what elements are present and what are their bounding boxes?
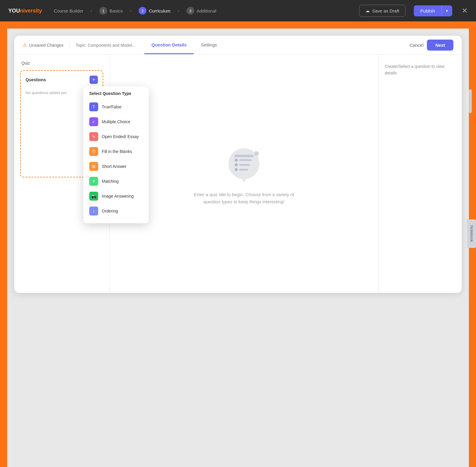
unsaved-label: Unsaved Changes bbox=[29, 43, 63, 48]
logo-you: YOU bbox=[8, 8, 20, 14]
step3-number: 3 bbox=[187, 7, 194, 15]
add-icon: + bbox=[92, 77, 95, 82]
fill-blanks-icon: ⏱ bbox=[89, 147, 98, 156]
empty-state-line1: Enter a quiz title to begin. Choose from… bbox=[194, 192, 294, 197]
next-button[interactable]: Next bbox=[427, 40, 453, 51]
sidebar-panel: Quiz Questions + No questions added yet.… bbox=[14, 55, 109, 293]
topic-label: Topic: Components and Model... bbox=[76, 43, 135, 48]
svg-rect-3 bbox=[239, 159, 252, 161]
center-panel: Enter a quiz title to begin. Choose from… bbox=[109, 55, 378, 293]
image-answering-label: Image Answering bbox=[102, 194, 134, 199]
svg-rect-1 bbox=[234, 155, 253, 157]
cancel-button[interactable]: Cancel bbox=[410, 43, 424, 48]
cloud-icon: ☁ bbox=[365, 8, 370, 13]
step1-label: Basics bbox=[109, 8, 123, 13]
svg-point-6 bbox=[235, 168, 238, 171]
questions-header: Questions + bbox=[26, 76, 98, 84]
fill-blanks-label: Fill in the Blanks bbox=[102, 149, 132, 154]
nav-divider-2: › bbox=[130, 8, 131, 14]
svg-marker-8 bbox=[241, 178, 247, 182]
svg-point-2 bbox=[235, 159, 238, 162]
cancel-label: Cancel bbox=[410, 43, 424, 48]
svg-rect-7 bbox=[239, 169, 248, 171]
open-ended-label: Open Ended/ Essay bbox=[102, 134, 139, 139]
matching-label: Matching bbox=[102, 179, 119, 184]
multiple-choice-icon: ✓ bbox=[89, 117, 98, 126]
dropdown-title: Select Question Type bbox=[86, 91, 146, 99]
quiz-label: Quiz bbox=[20, 61, 103, 65]
dropdown-item-ordering[interactable]: ↕ Ordering bbox=[86, 204, 146, 218]
step3-label: Additional bbox=[197, 8, 216, 13]
publish-button[interactable]: Publish ▾ bbox=[414, 5, 452, 16]
tab-question-details[interactable]: Question Details bbox=[144, 36, 194, 54]
notebook-label: Notebook bbox=[470, 225, 474, 242]
close-icon: ✕ bbox=[462, 7, 468, 15]
unsaved-changes-badge: ⚠ Unsaved Changes bbox=[23, 42, 70, 48]
nav-step-1: 1 Basics bbox=[99, 7, 123, 15]
tab-settings-label: Settings bbox=[201, 42, 217, 47]
true-false-icon: T bbox=[89, 102, 98, 111]
nav-step-3: 3 Additional bbox=[187, 7, 216, 15]
step2-number: 2 bbox=[139, 7, 146, 15]
open-ended-icon: ✎ bbox=[89, 132, 98, 141]
top-navigation: YOUniversity Course Builder › 1 Basics ›… bbox=[0, 0, 476, 21]
empty-state-illustration bbox=[223, 142, 265, 184]
course-builder-label: Course Builder bbox=[54, 8, 83, 13]
question-type-dropdown: Select Question Type T True/False ✓ Mult… bbox=[83, 86, 149, 223]
empty-state-text: Enter a quiz title to begin. Choose from… bbox=[194, 191, 294, 205]
publish-arrow-icon: ▾ bbox=[441, 6, 452, 16]
warning-icon: ⚠ bbox=[23, 42, 27, 48]
svg-rect-5 bbox=[239, 164, 250, 166]
modal-body: Quiz Questions + No questions added yet.… bbox=[14, 55, 462, 293]
modal-header-actions: Cancel Next bbox=[410, 40, 453, 51]
image-answering-icon: 📷 bbox=[89, 192, 98, 201]
nav-divider-1: › bbox=[90, 8, 92, 14]
short-answer-icon: ⊞ bbox=[89, 162, 98, 171]
main-content: ⚠ Unsaved Changes Topic: Components and … bbox=[7, 29, 469, 467]
svg-point-4 bbox=[235, 163, 238, 166]
publish-label: Publish bbox=[414, 5, 441, 16]
close-button[interactable]: ✕ bbox=[462, 7, 468, 15]
save-draft-button[interactable]: ☁ Save as Draft bbox=[359, 5, 405, 17]
modal-tabs: Question Details Settings bbox=[144, 36, 404, 54]
logo: YOUniversity bbox=[8, 8, 42, 13]
true-false-label: True/False bbox=[102, 104, 121, 109]
right-panel: Create/Select a question to view details bbox=[378, 55, 462, 293]
step2-label: Curriculum bbox=[149, 8, 170, 13]
dropdown-item-open-ended[interactable]: ✎ Open Ended/ Essay bbox=[86, 129, 146, 144]
dropdown-item-true-false[interactable]: T True/False bbox=[86, 99, 146, 114]
save-draft-label: Save as Draft bbox=[372, 8, 399, 13]
no-questions-text: No questions added yet. bbox=[26, 90, 67, 95]
dropdown-item-image-answering[interactable]: 📷 Image Answering bbox=[86, 189, 146, 204]
notebook-tab[interactable]: Notebook bbox=[467, 219, 476, 248]
logo-niversity: niversity bbox=[20, 8, 42, 14]
right-panel-line1: Create/Select a question to view bbox=[385, 64, 444, 69]
short-answer-label: Short Answer bbox=[102, 164, 126, 169]
modal-header: ⚠ Unsaved Changes Topic: Components and … bbox=[14, 36, 462, 55]
tab-question-details-label: Question Details bbox=[151, 42, 187, 47]
ordering-icon: ↕ bbox=[89, 207, 98, 215]
dropdown-item-multiple-choice[interactable]: ✓ Multiple Choice bbox=[86, 114, 146, 129]
next-label: Next bbox=[435, 43, 445, 48]
dropdown-item-matching[interactable]: ≡ Matching bbox=[86, 174, 146, 189]
modal-card: ⚠ Unsaved Changes Topic: Components and … bbox=[14, 36, 462, 293]
step1-number: 1 bbox=[99, 7, 107, 15]
ordering-label: Ordering bbox=[102, 209, 118, 213]
nav-course-builder: Course Builder bbox=[54, 8, 83, 13]
svg-point-9 bbox=[254, 151, 259, 156]
questions-title: Questions bbox=[26, 77, 46, 82]
multiple-choice-label: Multiple Choice bbox=[102, 119, 130, 124]
questions-section: Questions + No questions added yet. Sele… bbox=[20, 70, 103, 177]
add-question-button[interactable]: + bbox=[90, 76, 98, 84]
nav-step-2: 2 Curriculum bbox=[139, 7, 170, 15]
dropdown-item-short-answer[interactable]: ⊞ Short Answer bbox=[86, 159, 146, 174]
matching-icon: ≡ bbox=[89, 177, 98, 186]
empty-state-line2: question types to keep things interestin… bbox=[203, 199, 284, 204]
dropdown-item-fill-blanks[interactable]: ⏱ Fill in the Blanks bbox=[86, 144, 146, 159]
tab-settings[interactable]: Settings bbox=[194, 36, 224, 54]
scroll-thumb[interactable] bbox=[469, 89, 472, 113]
right-panel-line2: details bbox=[385, 71, 397, 75]
nav-divider-3: › bbox=[178, 8, 179, 14]
right-panel-text: Create/Select a question to view details bbox=[385, 63, 456, 76]
